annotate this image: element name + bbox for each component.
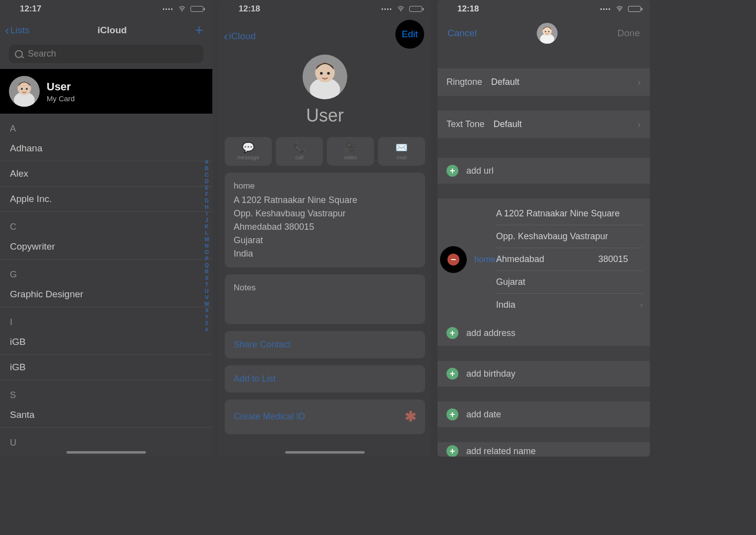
- index-letter[interactable]: K: [204, 223, 209, 230]
- cell-dots-icon: ••••: [381, 6, 392, 12]
- chevron-right-icon: ›: [640, 300, 643, 310]
- index-letter[interactable]: #: [204, 327, 209, 333]
- back-button[interactable]: ‹ iCloud: [224, 30, 256, 43]
- section-header: I: [0, 307, 212, 330]
- index-letter[interactable]: Z: [204, 320, 209, 327]
- address-street2-field[interactable]: Opp. Keshavbaug Vastrapur: [496, 225, 643, 248]
- section-header: A: [0, 114, 212, 136]
- index-letter[interactable]: J: [204, 217, 209, 223]
- section-header: G: [0, 260, 212, 282]
- index-letter[interactable]: G: [204, 198, 209, 204]
- index-letter[interactable]: L: [204, 230, 209, 236]
- contact-row[interactable]: Apple Inc.: [0, 187, 212, 212]
- battery-icon: [190, 6, 203, 12]
- contact-row[interactable]: Adhana: [0, 136, 212, 161]
- address-street1-field[interactable]: A 1202 Ratnaakar Nine Square: [496, 202, 643, 225]
- mail-button[interactable]: ✉️ mail: [378, 137, 425, 166]
- status-bar: 12:18 ••••: [219, 0, 431, 17]
- index-letter[interactable]: N: [204, 243, 209, 249]
- add-related-name-row[interactable]: + add related name: [438, 442, 650, 457]
- cell-dots-icon: ••••: [600, 6, 611, 12]
- index-letter[interactable]: X: [204, 307, 209, 314]
- message-icon: 💬: [242, 142, 254, 152]
- my-card-row[interactable]: User My Card: [0, 69, 212, 114]
- index-letter[interactable]: T: [204, 281, 209, 288]
- medical-id-icon: ✱: [405, 406, 416, 427]
- index-letter[interactable]: W: [204, 301, 209, 307]
- add-url-row[interactable]: + add url: [438, 158, 650, 184]
- share-contact-button[interactable]: Share Contact: [225, 331, 425, 358]
- status-bar: 12:18 ••••: [438, 0, 650, 17]
- add-address-row[interactable]: + add address: [438, 320, 650, 346]
- index-letter[interactable]: R: [204, 268, 209, 275]
- notes-card[interactable]: Notes: [225, 274, 425, 324]
- index-letter[interactable]: H: [204, 204, 209, 210]
- contact-row[interactable]: Santa: [0, 402, 212, 428]
- wifi-icon: [615, 5, 624, 12]
- phone-icon: 📞: [293, 142, 306, 152]
- edit-button[interactable]: Edit: [395, 20, 424, 49]
- contact-row[interactable]: Alex: [0, 161, 212, 187]
- index-letter[interactable]: Q: [204, 262, 209, 268]
- index-letter[interactable]: F: [204, 191, 209, 198]
- index-letter[interactable]: S: [204, 275, 209, 281]
- avatar: [9, 76, 40, 107]
- avatar[interactable]: [537, 23, 558, 44]
- index-letter[interactable]: V: [204, 294, 209, 301]
- index-letter[interactable]: A: [204, 159, 209, 165]
- edit-label: Edit: [402, 29, 418, 40]
- index-letter[interactable]: E: [204, 185, 209, 191]
- nav-bar: ‹ Lists iCloud +: [0, 17, 212, 43]
- add-contact-button[interactable]: +: [194, 22, 203, 39]
- plus-icon: +: [446, 445, 458, 457]
- index-letter[interactable]: P: [204, 256, 209, 262]
- battery-icon: [628, 6, 641, 12]
- minus-icon: −: [447, 254, 459, 266]
- index-letter[interactable]: C: [204, 172, 209, 178]
- contact-row[interactable]: iGB: [0, 330, 212, 355]
- contact-row[interactable]: iGB: [0, 355, 212, 380]
- cancel-button[interactable]: Cancel: [447, 28, 477, 39]
- chevron-right-icon: ›: [637, 119, 641, 130]
- done-button[interactable]: Done: [618, 28, 640, 39]
- message-button[interactable]: 💬 message: [225, 137, 272, 166]
- video-button[interactable]: 🎥 video: [327, 137, 374, 166]
- index-letter[interactable]: M: [204, 236, 209, 243]
- status-time: 12:18: [457, 4, 479, 14]
- add-date-row[interactable]: + add date: [438, 401, 650, 427]
- index-letter[interactable]: B: [204, 165, 209, 172]
- mail-icon: ✉️: [395, 142, 408, 152]
- contact-row[interactable]: Copywriter: [0, 234, 212, 260]
- index-letter[interactable]: Y: [204, 314, 209, 320]
- index-letter[interactable]: O: [204, 249, 209, 256]
- section-header: U: [0, 428, 212, 450]
- search-field[interactable]: Search: [9, 45, 203, 63]
- back-button[interactable]: ‹ Lists: [5, 24, 30, 37]
- call-button[interactable]: 📞 call: [276, 137, 323, 166]
- my-card-name: User: [47, 80, 75, 93]
- back-label: Lists: [10, 25, 30, 36]
- index-letter[interactable]: D: [204, 178, 209, 185]
- delete-address-button[interactable]: −: [440, 246, 467, 273]
- my-card-sub: My Card: [47, 94, 75, 103]
- chevron-left-icon: ‹: [5, 24, 9, 37]
- status-time: 12:17: [20, 4, 41, 14]
- ringtone-row[interactable]: Ringtone Default ›: [438, 68, 650, 96]
- index-letter[interactable]: I: [204, 210, 209, 217]
- address-card[interactable]: home A 1202 Ratnaakar Nine Square Opp. K…: [225, 173, 425, 268]
- action-row: 💬 message 📞 call 🎥 video ✉️ mail: [225, 137, 425, 166]
- index-letter[interactable]: U: [204, 288, 209, 294]
- section-header: C: [0, 212, 212, 234]
- alpha-index[interactable]: ABCDEFGHIJKLMNOPQRSTUVWXYZ#: [204, 159, 209, 333]
- address-city-zip-field[interactable]: Ahmedabad 380015: [496, 248, 643, 271]
- add-birthday-row[interactable]: + add birthday: [438, 361, 650, 387]
- text-tone-row[interactable]: Text Tone Default ›: [438, 111, 650, 138]
- contact-row[interactable]: Graphic Designer: [0, 282, 212, 307]
- address-country-field[interactable]: India ›: [496, 294, 643, 316]
- address-state-field[interactable]: Gujarat: [496, 271, 643, 294]
- nav-title: iCloud: [98, 25, 127, 36]
- add-to-list-button[interactable]: Add to List: [225, 365, 425, 393]
- contact-detail-screen: 12:18 •••• ‹ iCloud Edit User: [219, 0, 431, 457]
- plus-icon: +: [446, 165, 458, 177]
- create-medical-id-button[interactable]: Create Medical ID ✱: [225, 400, 425, 434]
